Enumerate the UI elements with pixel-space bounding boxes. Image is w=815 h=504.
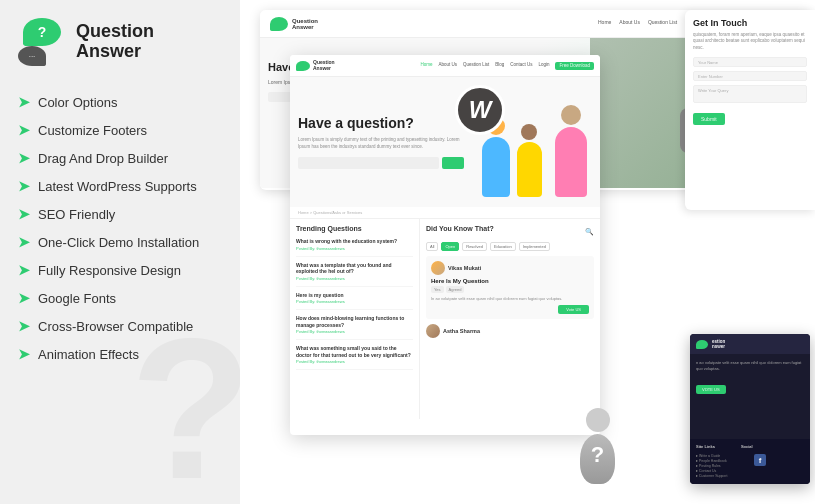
arrow-icon-9: ➤ [18,318,30,334]
person-3 [517,142,542,197]
dark-content: n ao volutpate velit esse quam nihil quo… [690,354,810,401]
ms-nav-contact: Contact Us [510,62,532,70]
dark-logo-bubble [696,340,708,349]
feature-item-5: ➤ SEO Friendly [18,206,222,222]
gray-figure-body: ? [580,434,615,484]
person-head-3 [521,124,537,140]
ms-tag-1: Yes [431,286,444,293]
gray-qmark-symbol: ? [580,434,615,468]
ms-nav-blog: Blog [495,62,504,70]
ms-avatar-2 [426,324,440,338]
git-name-input[interactable]: Your Name [693,57,807,67]
ms-question-item-4: How does mind-blowing learning functions… [296,315,413,340]
wordpress-logo: W [455,85,505,135]
ms-logo-text: QuestionAnswer [313,60,335,71]
ms-nav: QuestionAnswer Home About Us Question Li… [290,55,600,77]
ms-filter-all[interactable]: All [426,242,438,251]
ms-search [298,157,464,169]
ms-logo-bubble [296,61,310,71]
git-submit-button[interactable]: Submit [693,113,725,125]
git-desc: quisquatem, foram rem aperiam, eaque ips… [693,32,807,51]
ms-filter-open[interactable]: Open [441,242,459,251]
logo-bubble-main: ? [23,18,61,46]
ms-q-meta-3: Posted By: thomasandrews [296,299,413,304]
ms-q-text-1: What is wrong with the education system? [296,238,413,245]
ms-nav-login: Login [538,62,549,70]
logo-area: ? ··· Question Answer [18,18,222,66]
get-in-touch-panel: Get In Touch quisquatem, foram rem aperi… [685,10,815,210]
feature-label-6: One-Click Demo Installation [38,235,199,250]
person-2 [555,127,587,197]
ms-user-name: Vikas Mukati [448,265,481,271]
feature-label-9: Cross-Browser Compatible [38,319,193,334]
ms-breadcrumb: Home > Questions/Asks or Services [290,207,600,219]
ms-search-button[interactable] [442,157,464,169]
feature-item-3: ➤ Drag And Drop Builder [18,150,222,166]
logo-line2: Answer [76,42,154,62]
ms-q-meta-1: Posted By: thomasandrews [296,246,413,251]
feature-item-1: ➤ Color Options [18,94,222,110]
dark-body-text: n ao volutpate velit esse quam nihil quo… [696,360,804,372]
ms-q-meta-4: Posted By: thomasandrews [296,329,413,334]
ms-filter-education[interactable]: Education [490,242,516,251]
ms-nav-home: Home [420,62,432,70]
ms-trending-left: Trending Questions What is wrong with th… [290,219,420,419]
ms-filter-implemented[interactable]: Implemented [519,242,550,251]
desktop-logo: QuestionAnswer [270,17,318,31]
ms-trending-section: Trending Questions What is wrong with th… [290,219,600,419]
ms-q-meta-2: Posted By: thomasandrews [296,276,413,281]
ms-answer-text: In ao volutpate velit esse quam nihil qu… [431,296,589,302]
gray-figure: ? [580,408,615,484]
ms-question-item-3: Here is my question Posted By: thomasand… [296,292,413,311]
arrow-icon-10: ➤ [18,346,30,362]
dark-logo-text: estionnswer [712,339,725,349]
ms-user-avatar [431,261,445,275]
ms-answer-card-1: Vikas Mukati Here Is My Question Yes Agr… [426,256,594,319]
ms-search-input[interactable] [298,157,439,169]
ms-logo: QuestionAnswer [296,60,335,71]
right-area: QuestionAnswer Home About Us Question Li… [240,0,815,504]
git-query-input[interactable]: Write Your Query [693,85,807,103]
dark-footer: Site Links Social ▸ Write a Guide ▸ Peop… [690,439,810,484]
arrow-icon-8: ➤ [18,290,30,306]
dark-footer-link-5: ▸ Customer Support [696,474,746,478]
ms-avatar-inner [431,261,445,275]
logo-icon: ? ··· [18,18,66,66]
feature-label-5: SEO Friendly [38,207,115,222]
arrow-icon-5: ➤ [18,206,30,222]
ms-tag-2: Agreed [446,286,465,293]
ms-filter-resolved[interactable]: Resolved [462,242,487,251]
arrow-icon-7: ➤ [18,262,30,278]
ms-vote-button[interactable]: Vote US [558,305,589,314]
ms-trending-title: Trending Questions [296,225,413,232]
feature-label-10: Animation Effects [38,347,139,362]
dark-vote-button[interactable]: VOTE US [696,385,726,394]
dark-header: estionnswer [690,334,810,354]
left-panel: ? ··· Question Answer ➤ Color Options ➤ … [0,0,240,504]
dark-footer-link-2: ▸ People Handbook [696,459,746,463]
arrow-icon-4: ➤ [18,178,30,194]
ms-hero-title: Have a question? [298,115,464,132]
git-phone-input[interactable]: Enter Number [693,71,807,81]
dark-footer-link-4: ▸ Contact Us [696,469,746,473]
dark-screenshot: estionnswer n ao volutpate velit esse qu… [690,334,810,484]
dark-footer-col-social: f [754,454,804,479]
ms-q-text-4: How does mind-blowing learning functions… [296,315,413,328]
ms-hero-content: Have a question? Lorem Ipsum is simply d… [298,115,464,168]
desktop-nav-about: About Us [619,19,640,29]
feature-item-6: ➤ One-Click Demo Installation [18,234,222,250]
main-screenshot: QuestionAnswer Home About Us Question Li… [290,55,600,435]
feature-label-7: Fully Responsive Design [38,263,181,278]
feature-item-7: ➤ Fully Responsive Design [18,262,222,278]
person-body-3 [517,142,542,197]
facebook-icon[interactable]: f [754,454,766,466]
person-1 [482,137,510,197]
dark-footer-link-1: ▸ Write a Guide [696,454,746,458]
ms-nav-freedl: Free Download [555,62,594,70]
feature-label-1: Color Options [38,95,117,110]
ms-hero: Have a question? Lorem Ipsum is simply d… [290,77,600,207]
dark-footer-col-1: ▸ Write a Guide ▸ People Handbook ▸ Post… [696,454,746,479]
features-list: ➤ Color Options ➤ Customize Footers ➤ Dr… [18,94,222,362]
logo-bubble-small: ··· [18,46,46,66]
ms-nav-links: Home About Us Question List Blog Contact… [420,62,594,70]
